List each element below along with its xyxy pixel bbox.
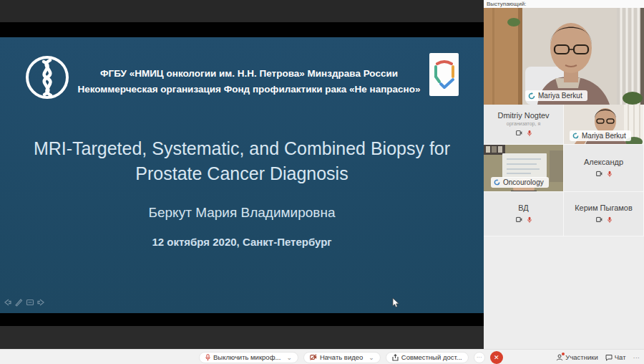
mic-icon xyxy=(608,171,612,177)
participant-tile-oncourology[interactable]: Oncourology xyxy=(484,145,564,192)
speaker-name-pill: Mariya Berkut xyxy=(525,90,587,101)
slide-date: 12 октября 2020, Санкт-Петербург xyxy=(0,236,484,248)
chevron-down-icon[interactable]: ⌄ xyxy=(286,355,292,360)
slide-header-text: ФГБУ «НМИЦ онкологии им. Н.Н. Петрова» М… xyxy=(73,66,425,97)
participant-tile-aleksandr[interactable]: Александр xyxy=(564,145,644,192)
more-options-button[interactable]: ··· xyxy=(474,352,485,363)
mic-icon xyxy=(527,216,532,223)
participant-name: Mariya Berkut xyxy=(582,132,626,140)
pen-tool-icon xyxy=(14,297,24,307)
chat-button[interactable]: Чат xyxy=(605,353,626,361)
letterbox-top xyxy=(0,22,484,37)
app-window: ФГБУ «НМИЦ онкологии им. Н.Н. Петрова» М… xyxy=(0,0,644,364)
share-screen-icon xyxy=(392,354,399,361)
participant-tile-vd[interactable]: ВД xyxy=(484,192,564,236)
shared-screen-area: ФГБУ «НМИЦ онкологии им. Н.Н. Петрова» М… xyxy=(0,0,484,349)
speaking-indicator-icon xyxy=(528,92,535,100)
main-speaker-video[interactable]: Mariya Berkut xyxy=(484,8,644,105)
next-slide-icon xyxy=(36,297,47,307)
slide-header-line2: Некоммерческая организация Фонд профилак… xyxy=(73,82,425,97)
share-screen-label: Совместный дост... xyxy=(401,353,462,361)
speaking-indicator-icon xyxy=(572,133,579,139)
participant-name: Oncourology xyxy=(503,178,544,186)
chat-icon xyxy=(605,354,613,361)
camera-off-icon xyxy=(516,216,522,222)
mic-icon xyxy=(527,130,532,136)
participant-name: Керим Пыгамов xyxy=(564,203,643,212)
sidebar-empty-area xyxy=(484,236,644,349)
toolbar-right-controls: Участники Чат ··· xyxy=(556,350,640,364)
slide-header: ФГБУ «НМИЦ онкологии им. Н.Н. Петрова» М… xyxy=(0,46,484,132)
end-call-button[interactable]: ✕ xyxy=(490,351,503,364)
mouse-cursor xyxy=(392,298,400,308)
notification-dot xyxy=(562,353,565,355)
ne-naprasno-logo-icon xyxy=(429,53,459,96)
camera-off-icon xyxy=(596,216,602,222)
participants-panel: Выступающий: xyxy=(484,0,644,349)
mute-mic-label: Выключить микроф... xyxy=(213,353,280,361)
participant-name-pill: Mariya Berkut xyxy=(570,130,631,141)
chevron-down-icon[interactable]: ⌄ xyxy=(369,355,374,360)
slide-title: MRI-Targeted, Systematic, and Combined B… xyxy=(27,136,457,186)
letterbox-bottom xyxy=(0,313,484,326)
mute-mic-button[interactable]: Выключить микроф... ⌄ xyxy=(199,352,298,363)
share-screen-button[interactable]: Совместный дост... xyxy=(386,352,469,363)
participant-role: организатор, я xyxy=(484,120,563,125)
camera-off-icon xyxy=(310,354,317,360)
slide-nav-controls xyxy=(2,297,47,307)
camera-off-icon xyxy=(596,171,602,176)
participant-tile-dmitriy[interactable]: Dmitriy Nogtev организатор, я xyxy=(484,105,564,145)
prev-slide-icon xyxy=(2,297,12,307)
speaking-indicator-icon xyxy=(494,179,500,186)
start-video-button[interactable]: Начать видео ⌄ xyxy=(303,352,381,363)
slide-header-line1: ФГБУ «НМИЦ онкологии им. Н.Н. Петрова» М… xyxy=(73,66,425,82)
camera-off-icon xyxy=(516,130,522,136)
slide-author: Беркут Мария Владимировна xyxy=(0,205,484,221)
mic-icon xyxy=(608,216,612,223)
speaker-panel-label: Выступающий: xyxy=(484,0,644,8)
toolbar-center-controls: Выключить микроф... ⌄ Начать видео ⌄ Сов… xyxy=(199,350,503,364)
petrov-center-logo-icon xyxy=(24,54,70,103)
participants-button[interactable]: Участники xyxy=(556,353,597,361)
participants-label: Участники xyxy=(565,353,597,361)
participant-name: Dmitriy Nogtev xyxy=(484,110,563,119)
participant-tile-kerim[interactable]: Керим Пыгамов xyxy=(564,192,644,236)
presenter-top-bar xyxy=(0,0,484,22)
participant-name-pill: Oncourology xyxy=(491,177,549,188)
start-video-label: Начать видео xyxy=(320,353,363,361)
more-right-button[interactable]: ··· xyxy=(633,353,640,361)
participant-tile-mariya-video[interactable]: Mariya Berkut xyxy=(564,105,644,145)
participant-name: Александр xyxy=(564,158,643,166)
mic-icon xyxy=(205,354,210,361)
presentation-slide: ФГБУ «НМИЦ онкологии им. Н.Н. Петрова» М… xyxy=(0,37,484,313)
speaker-name: Mariya Berkut xyxy=(538,92,582,100)
presenter-bottom-bar xyxy=(0,326,484,349)
slide-menu-icon xyxy=(25,297,35,307)
chat-label: Чат xyxy=(615,353,626,361)
participant-name: ВД xyxy=(484,203,563,212)
bottom-toolbar: Выключить микроф... ⌄ Начать видео ⌄ Сов… xyxy=(0,349,644,364)
